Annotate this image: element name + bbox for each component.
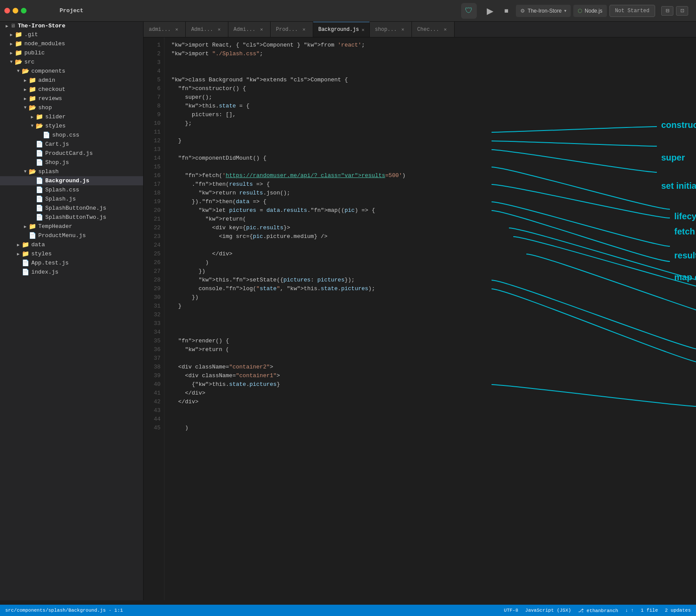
expand-arrow: ▼	[15, 69, 22, 74]
tab-label: shop...	[375, 27, 397, 33]
root-label: The-Iron-Store	[18, 23, 65, 29]
tree-item-styles[interactable]: ▶📁styles	[0, 249, 143, 258]
tree-item-reviews[interactable]: ▶📁reviews	[0, 94, 143, 103]
tree-item-background-js[interactable]: 📄Background.js	[0, 176, 143, 185]
tree-item-slider[interactable]: ▶📁slider	[0, 112, 143, 121]
tree-item-shop[interactable]: ▼📂shop	[0, 103, 143, 112]
sidebar-toggle-button[interactable]: ⊟	[661, 6, 673, 16]
tree-items: ▶📁.git▶📁node_modules▶📁public▼📂src▼📂compo…	[0, 30, 143, 277]
code-line-42: </div>	[171, 398, 696, 406]
language[interactable]: JavaScript (JSX)	[525, 608, 571, 613]
code-line-13	[171, 145, 696, 154]
tab-close-icon[interactable]: ✕	[258, 26, 265, 33]
tab-label: Admi...	[234, 27, 255, 33]
encoding[interactable]: UTF-8	[504, 608, 518, 613]
tree-item-tempheader[interactable]: ▶📁TempHeader	[0, 222, 143, 231]
play-button[interactable]: ▶	[483, 4, 497, 18]
tab-prod---[interactable]: Prod...✕	[271, 22, 313, 37]
tree-item-splash-js[interactable]: 📄Splash.js	[0, 194, 143, 204]
tab-close-icon[interactable]: ✕	[301, 26, 308, 33]
tree-item-app-test-js[interactable]: 📄App.test.js	[0, 258, 143, 268]
tree-label: styles	[45, 123, 66, 129]
tree-item-styles[interactable]: ▼📂styles	[0, 121, 143, 131]
expand-arrow: ▼	[29, 124, 36, 128]
tab-close-icon[interactable]: ✕	[442, 26, 449, 33]
code-line-27: })	[171, 267, 696, 276]
code-editor[interactable]: "kw">import React, { "cls">Component } "…	[164, 37, 696, 600]
line-numbers: 1234567891011121314151617181920212223242…	[144, 37, 164, 600]
tab-close-icon[interactable]: ✕	[361, 26, 365, 33]
file-icon: 📂	[29, 168, 36, 175]
project-selector[interactable]: ⚙ The-Iron-Store ▾	[516, 5, 571, 17]
tab-close-icon[interactable]: ✕	[216, 26, 223, 33]
tree-label: index.js	[31, 269, 58, 275]
tree-item-components[interactable]: ▼📂components	[0, 67, 143, 76]
main-layout: ▶ 🖥 The-Iron-Store ▶📁.git▶📁node_modules▶…	[0, 22, 696, 600]
code-line-25: </div>	[171, 250, 696, 258]
tree-item--git[interactable]: ▶📁.git	[0, 30, 143, 39]
branch[interactable]: ⎇ ethanbranch	[578, 608, 618, 613]
code-line-31: }	[171, 302, 696, 311]
code-line-41: </div>	[171, 389, 696, 398]
expand-arrow: ▶	[22, 78, 29, 83]
node-selector[interactable]: ⬡ Node.js	[573, 5, 607, 17]
tree-label: .git	[24, 31, 38, 38]
tab-chec---[interactable]: Chec...✕	[412, 22, 454, 37]
file-icon: 📄	[36, 150, 43, 157]
tree-label: components	[31, 68, 65, 74]
tab-label: Chec...	[417, 27, 439, 33]
tab-shop---[interactable]: shop...✕	[370, 22, 412, 37]
tab-close-icon[interactable]: ✕	[173, 26, 180, 33]
tab-admi---[interactable]: Admi...✕	[228, 22, 271, 37]
tree-item-splashbuttontwo-js[interactable]: 📄SplashButtonTwo.js	[0, 213, 143, 222]
shield-icon[interactable]: 🛡	[461, 3, 477, 19]
tree-item-shop-css[interactable]: 📄shop.css	[0, 131, 143, 140]
expand-arrow: ▼	[22, 169, 29, 174]
updates[interactable]: 2 updates	[665, 608, 691, 613]
file-icon: 📂	[22, 67, 29, 75]
tree-label: Cart.js	[45, 141, 69, 147]
tab-admi---[interactable]: admi...✕	[144, 22, 186, 37]
code-line-19: })."fn">then(data => {	[171, 198, 696, 206]
panel-toggle-button[interactable]: ⊡	[676, 6, 688, 16]
tree-item-src[interactable]: ▼📂src	[0, 57, 143, 67]
tab-background-js[interactable]: Background.js✕	[313, 22, 370, 37]
expand-arrow: ▶	[15, 251, 22, 257]
code-line-11	[171, 128, 696, 137]
file-icon: 📄	[36, 186, 43, 194]
tree-item-node-modules[interactable]: ▶📁node_modules	[0, 39, 143, 48]
code-line-36: "kw">return (	[171, 345, 696, 354]
tree-item-checkout[interactable]: ▶📁checkout	[0, 85, 143, 94]
tree-item-splashbuttonone-js[interactable]: 📄SplashButtonOne.js	[0, 204, 143, 213]
tree-item-public[interactable]: ▶📁public	[0, 48, 143, 57]
chevron-icon: ▾	[564, 8, 566, 13]
tree-item-shop-js[interactable]: 📄Shop.js	[0, 158, 143, 167]
tree-label: SplashButtonTwo.js	[45, 214, 106, 221]
editor-area: admi...✕Admi...✕Admi...✕Prod...✕Backgrou…	[144, 22, 696, 600]
file-icon: 📄	[36, 159, 43, 166]
expand-arrow: ▶	[8, 41, 15, 47]
code-line-18: "kw">return results.json();	[171, 189, 696, 198]
file-icon: 📁	[29, 223, 36, 230]
code-line-21: "kw">return(	[171, 215, 696, 224]
node-label: Node.js	[585, 8, 602, 14]
tab-admi---[interactable]: Admi...✕	[186, 22, 228, 37]
tree-item-data[interactable]: ▶📁data	[0, 240, 143, 249]
tree-item-index-js[interactable]: 📄index.js	[0, 268, 143, 277]
file-icon: 📁	[15, 31, 22, 38]
tree-item-productmenu-js[interactable]: 📄ProductMenu.js	[0, 231, 143, 240]
tree-item-cart-js[interactable]: 📄Cart.js	[0, 140, 143, 149]
tree-item-productcard-js[interactable]: 📄ProductCard.js	[0, 149, 143, 158]
tree-label: admin	[38, 77, 55, 84]
tree-label: ProductMenu.js	[38, 232, 86, 239]
file-tree: ▶ 🖥 The-Iron-Store ▶📁.git▶📁node_modules▶…	[0, 22, 144, 600]
tree-item-splash-css[interactable]: 📄Splash.css	[0, 185, 143, 194]
project-name: The-Iron-Store	[528, 8, 562, 14]
stop-button[interactable]: ■	[499, 4, 513, 18]
tab-close-icon[interactable]: ✕	[399, 26, 406, 33]
tree-label: ProductCard.js	[45, 150, 93, 157]
file-icon: 📁	[15, 49, 22, 57]
sidebar-root[interactable]: ▶ 🖥 The-Iron-Store	[0, 22, 143, 30]
tree-item-splash[interactable]: ▼📂splash	[0, 167, 143, 176]
tree-item-admin[interactable]: ▶📁admin	[0, 76, 143, 85]
